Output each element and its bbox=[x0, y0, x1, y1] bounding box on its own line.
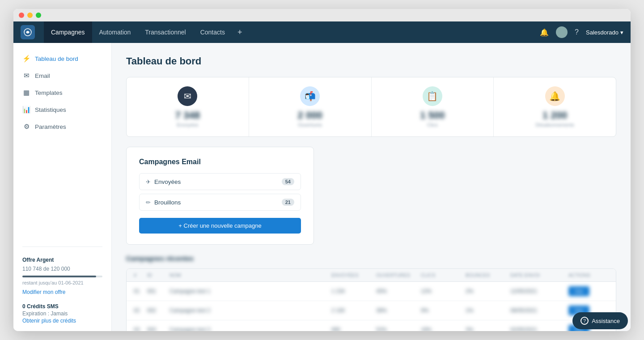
cell-opens: 45% bbox=[376, 288, 421, 294]
cell-id: 002 bbox=[147, 307, 169, 314]
table-row: 01 001 Campagne test 1 1 234 45% 12% 2% … bbox=[127, 282, 616, 301]
stat-label-3: Désabonnements bbox=[536, 122, 574, 128]
stat-label-2: Clics bbox=[427, 122, 438, 128]
sms-get-credits-link[interactable]: Obtenir plus de crédits bbox=[13, 318, 111, 324]
stats-icon: 📊 bbox=[22, 106, 30, 114]
sidebar-item-statistiques[interactable]: 📊 Statistiques bbox=[13, 101, 111, 118]
nav-automation[interactable]: Automation bbox=[92, 21, 138, 43]
campaign-row-drafts[interactable]: ✏ Brouillons 21 bbox=[139, 194, 301, 211]
sms-title: 0 Crédits SMS bbox=[13, 299, 111, 310]
col-header-bounces: Bounces bbox=[466, 272, 510, 278]
drafts-icon: ✏ bbox=[146, 199, 151, 206]
offer-section: Offre Argent bbox=[13, 251, 111, 265]
offer-usage: 110 748 de 120 000 bbox=[13, 265, 111, 273]
cell-num: 01 bbox=[134, 288, 147, 294]
cell-name: Campagne test 3 bbox=[169, 327, 331, 331]
stats-row: ✉ 7 348 Envoyées 📬 2 000 Ouvertures 📋 1 … bbox=[126, 77, 616, 137]
nav-campagnes[interactable]: Campagnes bbox=[44, 21, 92, 43]
cell-date: 08/05/2021 bbox=[510, 307, 568, 314]
sidebar-item-parametres[interactable]: ⚙ Paramètres bbox=[13, 118, 111, 135]
content-area: Tableau de bord ✉ 7 348 Envoyées 📬 2 000… bbox=[112, 43, 631, 331]
dashboard-icon: ⚡ bbox=[22, 55, 30, 63]
offer-remaining: restant jusqu'au 01-06-2021 bbox=[13, 280, 111, 288]
sent-icon: ✈ bbox=[146, 178, 151, 185]
account-menu[interactable]: Salesdorado ▾ bbox=[586, 29, 623, 36]
cell-clicks: 12% bbox=[421, 288, 466, 294]
col-header-opens: Ouvertures bbox=[376, 272, 421, 278]
sidebar: ⚡ Tableau de bord ✉ Email ▦ Templates 📊 … bbox=[13, 43, 112, 331]
templates-icon: ▦ bbox=[22, 89, 30, 97]
sidebar-item-templates[interactable]: ▦ Templates bbox=[13, 84, 111, 101]
col-header-clicks: Clics bbox=[421, 272, 466, 278]
assistance-icon: ? bbox=[580, 317, 589, 325]
stat-value-2: 1 500 bbox=[420, 110, 445, 121]
campaign-row-drafts-left: ✏ Brouillons bbox=[146, 199, 181, 206]
cell-id: 003 bbox=[147, 327, 169, 331]
logo-icon bbox=[21, 25, 35, 39]
cell-sent: 890 bbox=[331, 327, 376, 331]
nav-add-button[interactable]: + bbox=[232, 21, 248, 43]
main-layout: ⚡ Tableau de bord ✉ Email ▦ Templates 📊 … bbox=[13, 43, 631, 331]
stat-label-1: Ouvertures bbox=[298, 122, 322, 128]
campaigns-email-title: Campagnes Email bbox=[139, 158, 301, 166]
sidebar-divider bbox=[22, 246, 102, 247]
window-minimize-dot[interactable] bbox=[27, 13, 33, 18]
cell-name: Campagne test 1 bbox=[169, 288, 331, 294]
offer-progress-bar bbox=[22, 276, 102, 277]
stat-card-0: ✉ 7 348 Envoyées bbox=[127, 77, 249, 136]
stat-card-2: 📋 1 500 Clics bbox=[372, 77, 494, 136]
action-button[interactable]: Voir bbox=[568, 286, 589, 296]
col-header-sent: Envoyées bbox=[331, 272, 376, 278]
help-icon[interactable]: ? bbox=[575, 28, 579, 36]
cell-sent: 2 100 bbox=[331, 307, 376, 314]
cell-opens: 52% bbox=[376, 327, 421, 331]
sidebar-item-email[interactable]: ✉ Email bbox=[13, 67, 111, 84]
cell-date: 12/05/2021 bbox=[510, 288, 568, 294]
create-campaign-button[interactable]: + Créer une nouvelle campagne bbox=[139, 218, 301, 234]
stat-card-1: 📬 2 000 Ouvertures bbox=[249, 77, 372, 136]
cell-bounces: 3% bbox=[466, 327, 510, 331]
cell-clicks: 18% bbox=[421, 327, 466, 331]
nav-transactionnel[interactable]: Transactionnel bbox=[138, 21, 193, 43]
table-row: 02 002 Campagne test 2 2 100 38% 9% 1% 0… bbox=[127, 301, 616, 320]
campaigns-email-card: Campagnes Email ✈ Envoyées 54 ✏ Brouillo… bbox=[126, 147, 314, 245]
logo-area[interactable] bbox=[21, 25, 35, 39]
email-icon: ✉ bbox=[22, 72, 30, 80]
campaigns-table: # ID Nom Envoyées Ouvertures Clics Bounc… bbox=[126, 268, 616, 331]
page-title: Tableau de bord bbox=[126, 55, 616, 67]
cell-name: Campagne test 2 bbox=[169, 307, 331, 314]
topnav: Campagnes Automation Transactionnel Cont… bbox=[13, 21, 631, 43]
offer-modify-link[interactable]: Modifier mon offre bbox=[13, 288, 111, 299]
table-header: # ID Nom Envoyées Ouvertures Clics Bounc… bbox=[127, 269, 616, 282]
bell-icon[interactable]: 🔔 bbox=[540, 28, 549, 37]
campaign-row-sent[interactable]: ✈ Envoyées 54 bbox=[139, 173, 301, 190]
offer-progress-fill bbox=[22, 276, 96, 277]
sidebar-item-tableau-de-bord[interactable]: ⚡ Tableau de bord bbox=[13, 50, 111, 67]
cell-clicks: 9% bbox=[421, 307, 466, 314]
settings-icon: ⚙ bbox=[22, 123, 30, 131]
col-header-name: Nom bbox=[169, 272, 331, 278]
cell-sent: 1 234 bbox=[331, 288, 376, 294]
col-header-date: Date envoi bbox=[510, 272, 568, 278]
nav-contacts[interactable]: Contacts bbox=[193, 21, 232, 43]
offer-title: Offre Argent bbox=[22, 257, 102, 263]
stat-value-1: 2 000 bbox=[298, 110, 322, 121]
stat-icon-2: 📋 bbox=[423, 86, 442, 106]
window-close-dot[interactable] bbox=[19, 13, 24, 18]
cell-num: 03 bbox=[134, 327, 147, 331]
stat-icon-3: 🔔 bbox=[545, 86, 565, 106]
cell-action[interactable]: Voir bbox=[568, 286, 609, 296]
stat-label-0: Envoyées bbox=[177, 122, 198, 128]
sent-count-badge: 54 bbox=[282, 178, 294, 185]
cell-num: 02 bbox=[134, 307, 147, 314]
avatar[interactable] bbox=[556, 26, 568, 38]
window-maximize-dot[interactable] bbox=[36, 13, 41, 18]
sms-expiry: Expiration : Jamais bbox=[13, 310, 111, 318]
assistance-button[interactable]: ? Assistance bbox=[572, 312, 628, 329]
cell-id: 001 bbox=[147, 288, 169, 294]
stat-card-3: 🔔 1 200 Désabonnements bbox=[494, 77, 616, 136]
col-header-num: # bbox=[134, 272, 147, 278]
cell-bounces: 1% bbox=[466, 307, 510, 314]
recent-section-title: Campagnes récentes bbox=[126, 255, 616, 262]
stat-value-0: 7 348 bbox=[175, 110, 200, 121]
